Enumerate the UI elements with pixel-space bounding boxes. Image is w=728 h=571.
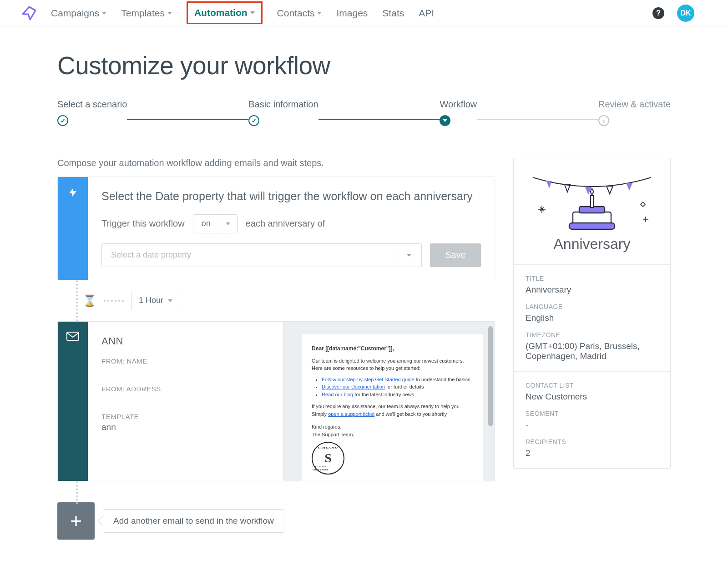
workflow-instructions: Compose your automation workflow adding … (57, 158, 495, 168)
summary-contact-list: New Customers (526, 392, 658, 402)
page-title: Customize your workflow (57, 51, 671, 80)
chevron-down-icon (440, 115, 450, 126)
anniversary-illustration (524, 168, 660, 232)
trigger-heading: Select the Date property that will trigg… (101, 189, 481, 204)
nav-api[interactable]: API (419, 1, 434, 25)
add-email-row: + Add another email to send in the workf… (57, 481, 495, 540)
email-name: ANN (101, 335, 269, 347)
email-template: ann (101, 422, 269, 432)
svg-marker-5 (626, 183, 632, 191)
add-email-button[interactable]: + (57, 502, 95, 540)
email-from-address (101, 394, 269, 404)
nav-contacts[interactable]: Contacts (277, 1, 322, 25)
date-property-select[interactable]: Select a date property (101, 243, 422, 267)
svg-marker-4 (607, 186, 613, 194)
bolt-icon (67, 187, 78, 198)
chevron-down-icon (219, 215, 237, 233)
email-from-name (101, 367, 269, 377)
help-icon[interactable]: ? (652, 7, 664, 19)
plus-icon: + (70, 510, 82, 532)
nav-stats[interactable]: Stats (382, 1, 404, 25)
chevron-down-icon (396, 244, 421, 267)
svg-rect-6 (573, 212, 611, 224)
chevron-down-icon (168, 299, 172, 302)
summary-segment: - (526, 420, 658, 430)
step-select-scenario[interactable]: Select a scenario (57, 99, 127, 126)
top-nav: Campaigns Templates Automation Contacts … (0, 0, 728, 26)
nav-templates[interactable]: Templates (121, 1, 172, 25)
nav-automation[interactable]: Automation (187, 1, 263, 24)
sidebar-title: Anniversary (524, 236, 660, 253)
trigger-rail (58, 177, 88, 280)
wait-duration-select[interactable]: 1 Hour (131, 291, 180, 310)
summary-language: English (526, 313, 658, 323)
nav-images[interactable]: Images (336, 1, 368, 25)
step-review[interactable]: Review & activate (598, 99, 671, 126)
email-rail (58, 322, 88, 481)
email-card[interactable]: ANN FROM: NAME FROM: ADDRESS TEMPLATE an… (57, 321, 495, 482)
check-icon (248, 115, 259, 126)
email-preview: Dear [[data:name:"Customer"]], Our team … (283, 322, 495, 481)
nav-items: Campaigns Templates Automation Contacts … (51, 1, 640, 25)
check-icon (57, 115, 68, 126)
mail-icon (66, 332, 79, 341)
chevron-down-icon (102, 12, 106, 15)
summary-timezone: (GMT+01:00) Paris, Brussels, Copenhagen,… (526, 341, 658, 361)
step-workflow[interactable]: Workflow (440, 99, 477, 126)
svg-marker-2 (565, 185, 570, 192)
nav-campaigns[interactable]: Campaigns (51, 1, 106, 25)
brand-stamp-icon: S (312, 442, 344, 475)
progress-stepper: Select a scenario Basic information Work… (57, 99, 671, 126)
step-basic-info[interactable]: Basic information (248, 99, 318, 126)
svg-rect-0 (67, 332, 79, 340)
chevron-down-icon (250, 11, 255, 14)
chevron-down-icon (167, 12, 172, 15)
add-email-label: Add another email to send in the workflo… (103, 509, 284, 533)
wait-step-row: ⌛ 1 Hour (57, 280, 495, 321)
app-logo (20, 4, 38, 22)
trigger-suffix: each anniversary of (246, 218, 325, 229)
avatar[interactable]: DK (677, 5, 694, 22)
summary-recipients: 2 (526, 448, 658, 458)
svg-rect-9 (591, 196, 593, 207)
save-button[interactable]: Save (430, 243, 481, 267)
chevron-right-icon (598, 115, 609, 126)
trigger-prefix: Trigger this workflow (101, 218, 185, 229)
summary-sidebar: Anniversary TITLE Anniversary LANGUAGE E… (513, 158, 671, 469)
summary-title: Anniversary (526, 285, 658, 295)
hourglass-icon: ⌛ (83, 293, 96, 308)
svg-marker-1 (546, 181, 552, 188)
nav-right: ? DK (652, 5, 694, 22)
trigger-card: Select the Date property that will trigg… (57, 177, 495, 280)
chevron-down-icon (317, 12, 322, 15)
scrollbar[interactable] (488, 326, 493, 426)
trigger-on-select[interactable]: on (193, 214, 238, 233)
svg-rect-7 (569, 223, 615, 229)
